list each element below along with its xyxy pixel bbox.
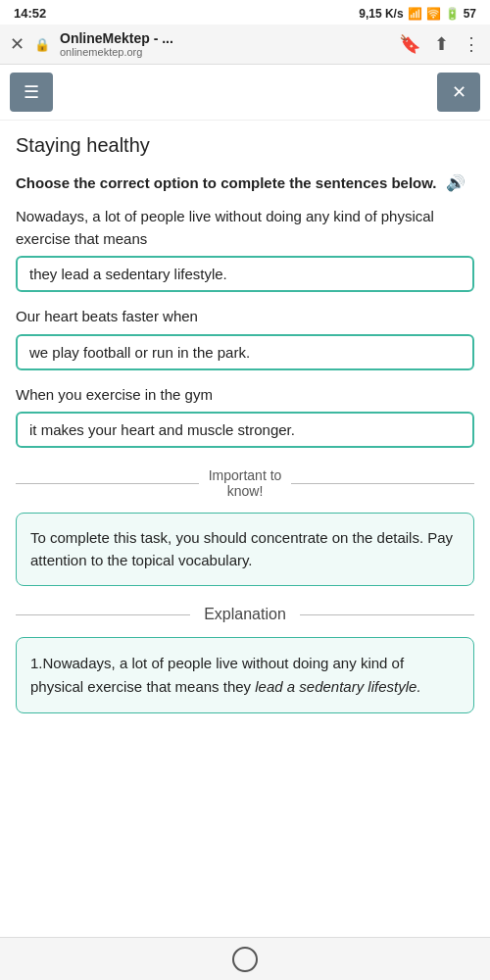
status-right: 9,15 K/s 📶 🛜 🔋 57 [359, 7, 476, 21]
more-icon[interactable]: ⋮ [463, 33, 480, 55]
divider-line-right [291, 483, 474, 484]
answer-box-1[interactable]: they lead a sedentary lifestyle. [16, 256, 474, 292]
browser-bar: ✕ 🔒 OnlineMektep - ... onlinemektep.org … [0, 24, 490, 65]
explanation-divider: Explanation [16, 606, 474, 623]
sentence-group-1: Nowadays, a lot of people live without d… [16, 206, 474, 292]
task-instruction: Choose the correct option to complete th… [16, 172, 474, 194]
network-speed: 9,15 K/s [359, 7, 403, 21]
explanation-label: Explanation [204, 606, 286, 623]
explanation-line-right [300, 614, 474, 615]
lock-icon: 🔒 [34, 37, 50, 52]
browser-close-button[interactable]: ✕ [10, 33, 24, 55]
divider-line-left [16, 483, 199, 484]
page-title: Staying healthy [16, 134, 474, 157]
status-time: 14:52 [14, 6, 46, 21]
site-name: OnlineMektep - ... [60, 30, 389, 46]
explanation-box: 1.Nowadays, a lot of people live without… [16, 637, 474, 713]
answer-box-2[interactable]: we play football or run in the park. [16, 334, 474, 370]
browser-actions: 🔖 ⬆ ⋮ [399, 33, 480, 55]
important-label: Important toknow! [209, 467, 282, 499]
answer-box-3[interactable]: it makes your heart and muscle stronger. [16, 412, 474, 448]
sentence-prefix-1: Nowadays, a lot of people live without d… [16, 206, 474, 250]
important-divider: Important toknow! [16, 467, 474, 499]
explanation-line-left [16, 614, 190, 615]
share-icon[interactable]: ⬆ [434, 33, 449, 55]
toolbar: ☰ ✕ [0, 65, 490, 121]
sentence-prefix-2: Our heart beats faster when [16, 306, 474, 328]
battery-icon: 🔋 [445, 7, 460, 21]
explanation-text-1: 1.Nowadays, a lot of people live without… [30, 655, 421, 695]
site-url: onlinemektep.org [60, 46, 389, 58]
battery-level: 57 [464, 7, 476, 21]
sentence-group-2: Our heart beats faster when we play foot… [16, 306, 474, 370]
sentence-group-3: When you exercise in the gym it makes yo… [16, 384, 474, 449]
instruction-text: Choose the correct option to complete th… [16, 174, 437, 191]
status-bar: 14:52 9,15 K/s 📶 🛜 🔋 57 [0, 0, 490, 24]
sentence-prefix-3: When you exercise in the gym [16, 384, 474, 407]
wifi-icon: 🛜 [426, 7, 441, 21]
url-block: OnlineMektep - ... onlinemektep.org [60, 30, 389, 58]
bookmark-icon[interactable]: 🔖 [399, 33, 420, 55]
info-box: To complete this task, you should concen… [16, 513, 474, 586]
menu-button[interactable]: ☰ [10, 73, 53, 112]
bottom-nav [0, 937, 490, 980]
close-button[interactable]: ✕ [437, 73, 480, 112]
signal-icon: 📶 [408, 7, 422, 21]
speaker-icon[interactable]: 🔊 [446, 174, 466, 191]
home-button[interactable] [232, 947, 258, 972]
main-content: Staying healthy Choose the correct optio… [0, 121, 490, 733]
